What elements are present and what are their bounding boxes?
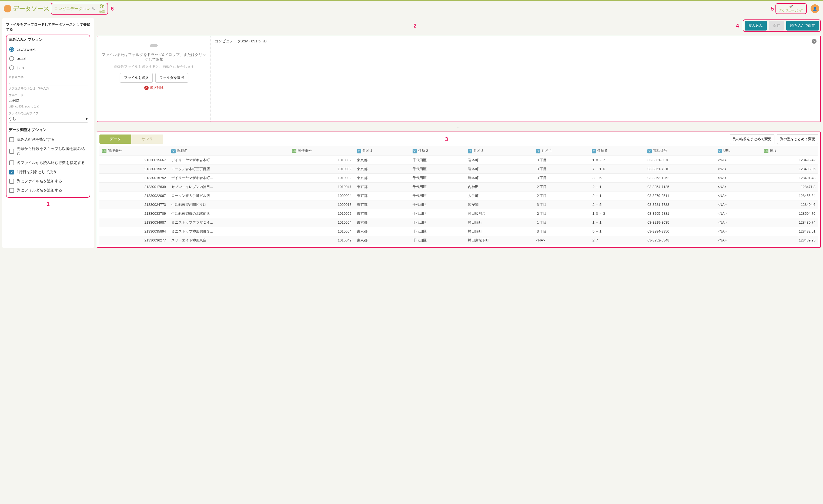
schedule-button[interactable]: 🚀 スケジューリング <box>777 4 805 13</box>
encoding-label: 文字コード <box>9 93 88 97</box>
table-cell: 03-3219-3635 <box>645 218 715 227</box>
table-row[interactable]: 21330033709生活彩家御茶の水駅前店1010062東京都千代田区神田駿河… <box>100 209 818 218</box>
check-limit-rows[interactable]: 各ファイルから読み込む行数を指定する <box>9 158 88 167</box>
column-header[interactable]: 文住所１ <box>354 146 410 156</box>
table-cell: 岩本町 <box>465 173 533 182</box>
load-save-button[interactable]: 読み込んで保存 <box>786 21 819 30</box>
logo-text: データソース <box>13 5 50 13</box>
table-cell: ３丁目 <box>533 200 589 209</box>
column-header[interactable]: 文住所３ <box>465 146 533 156</box>
filename-editor[interactable]: コンビニデータ.csv ✎ 🗺 系譜 <box>51 3 108 15</box>
lineage-button[interactable]: 🗺 系譜 <box>99 4 105 13</box>
number-type-icon: 123 <box>292 149 296 153</box>
data-table-wrap[interactable]: 123管理番号文掲載名123郵便番号文住所１文住所２文住所３文住所４文住所５文電… <box>100 146 818 245</box>
rename-columns-button[interactable]: 列の名前をまとめて変更 <box>730 134 774 144</box>
table-cell: 03-3294-3350 <box>645 227 715 236</box>
table-row[interactable]: 21330015752デイリーヤマザキ岩本町...1010032東京都千代田区岩… <box>100 173 818 182</box>
file-item-label: コンビニデータ.csv - 691.5 KB <box>214 39 267 44</box>
column-header[interactable]: 文住所２ <box>410 146 466 156</box>
table-row[interactable]: 21330024773生活彩家霞が関ビル店1000013東京都千代田区霞が関３丁… <box>100 200 818 209</box>
table-cell: 生活彩家御茶の水駅前店 <box>169 209 289 218</box>
sidebar: ファイルをアップロードしてデータソースとして登録する 読み込みオプション csv… <box>2 18 94 248</box>
compression-select[interactable]: なし ▾ <box>9 115 88 123</box>
user-avatar[interactable]: 👤 <box>811 4 819 13</box>
table-cell: 1010032 <box>289 164 354 173</box>
table-cell: ２７ <box>589 236 645 245</box>
table-cell: ７－１６ <box>589 164 645 173</box>
column-header[interactable]: 文電話番号 <box>645 146 715 156</box>
table-row[interactable]: 21330036277スリーエイト神田東店1010042東京都千代田区神田東松下… <box>100 236 818 245</box>
check-add-filename[interactable]: 列にファイル名を追加する <box>9 177 88 186</box>
table-cell: 東京都 <box>354 164 410 173</box>
radio-json[interactable]: json <box>9 63 88 72</box>
table-cell: 128480.74 <box>762 218 818 227</box>
table-cell: <NA> <box>715 227 762 236</box>
resize-handle[interactable]: … <box>97 125 821 129</box>
radio-icon <box>9 56 14 61</box>
file-list-item: コンビニデータ.csv - 691.5 KB ✕ <box>214 39 817 44</box>
table-cell: １０－３ <box>589 209 645 218</box>
table-row[interactable]: 21330015667デイリーヤマザキ岩本町...1010032東京都千代田区岩… <box>100 156 818 164</box>
tab-summary[interactable]: サマリ <box>131 135 163 144</box>
chevron-down-icon: ▾ <box>86 117 88 121</box>
tab-data[interactable]: データ <box>100 135 131 144</box>
check-specify-cols[interactable]: 読み込む列を指定する <box>9 135 88 144</box>
delimiter-input[interactable]: , <box>9 79 88 86</box>
table-row[interactable]: 21330034987ミニストッププラザ２４...1010054東京都千代田区神… <box>100 218 818 227</box>
table-cell: 21330024773 <box>100 200 169 209</box>
rocket-icon: 🚀 <box>789 5 793 8</box>
table-cell: ５－１ <box>589 227 645 236</box>
table-row[interactable]: 21330022067ローソン新大手町ビル店1000004東京都千代田区大手町２… <box>100 191 818 200</box>
text-type-icon: 文 <box>592 149 596 153</box>
column-header[interactable]: 123郵便番号 <box>289 146 354 156</box>
text-type-icon: 文 <box>171 149 176 153</box>
table-cell: デイリーヤマザキ岩本町... <box>169 156 289 164</box>
check-add-foldername[interactable]: 列にフォルダ名を追加する <box>9 186 88 195</box>
check-first-row-header[interactable]: ✓1行目を列名として扱う <box>9 167 88 177</box>
table-row[interactable]: 21330035894ミニストップ神田錦町３...1010054東京都千代田区神… <box>100 227 818 236</box>
table-cell: 21330033709 <box>100 209 169 218</box>
checkbox-icon <box>9 179 14 184</box>
choose-file-button[interactable]: ファイルを選択 <box>120 73 153 82</box>
table-cell: 岩本町 <box>465 164 533 173</box>
column-header[interactable]: 文住所５ <box>589 146 645 156</box>
column-header[interactable]: 文掲載名 <box>169 146 289 156</box>
table-cell: 128504.76 <box>762 209 818 218</box>
clear-selection-button[interactable]: ✕ 選択解除 <box>144 86 164 90</box>
retype-columns-button[interactable]: 列の型をまとめて変更 <box>777 134 818 144</box>
choose-folder-button[interactable]: フォルダを選択 <box>155 73 188 82</box>
pencil-icon[interactable]: ✎ <box>92 6 95 11</box>
table-cell: 千代田区 <box>410 218 466 227</box>
table-cell: ３丁目 <box>533 164 589 173</box>
callout-6: 6 <box>111 6 114 12</box>
table-cell: 128471.8 <box>762 182 818 191</box>
checkbox-icon <box>9 137 14 142</box>
table-cell: <NA> <box>715 191 762 200</box>
table-cell: 128489.95 <box>762 236 818 245</box>
check-skip-rows[interactable]: 先頭から行数をスキップし以降を読み込む <box>9 144 88 158</box>
encoding-input[interactable]: cp932 <box>9 97 88 104</box>
column-header[interactable]: 文URL <box>715 146 762 156</box>
table-cell: 128491.48 <box>762 173 818 182</box>
table-cell: 1010042 <box>289 236 354 245</box>
schedule-button-wrap: 🚀 スケジューリング <box>776 3 807 14</box>
radio-csv[interactable]: csv/tsv/text <box>9 45 88 54</box>
radio-excel[interactable]: excel <box>9 54 88 63</box>
table-row[interactable]: 21330015672ローソン岩本町三丁目店1010032東京都千代田区岩本町３… <box>100 164 818 173</box>
callout-1: 1 <box>6 201 90 207</box>
text-type-icon: 文 <box>357 149 361 153</box>
remove-file-button[interactable]: ✕ <box>812 39 817 44</box>
table-cell: 大手町 <box>465 191 533 200</box>
table-cell: 東京都 <box>354 218 410 227</box>
column-header[interactable]: 123管理番号 <box>100 146 169 156</box>
table-cell: セブン―イレブン内神田... <box>169 182 289 191</box>
load-button[interactable]: 読み込み <box>745 21 767 30</box>
table-cell: <NA> <box>715 200 762 209</box>
table-cell: デイリーヤマザキ岩本町... <box>169 173 289 182</box>
upload-title: ファイルをアップロードしてデータソースとして登録する <box>6 22 90 32</box>
table-row[interactable]: 21330017639セブン―イレブン内神田...1010047東京都千代田区内… <box>100 182 818 191</box>
upload-arrow-icon: ➦ <box>149 39 159 51</box>
column-header[interactable]: 文住所４ <box>533 146 589 156</box>
dropzone[interactable]: ➦ ファイルまたはフォルダをドラッグ&ドロップ、またはクリックして追加 ※複数フ… <box>97 36 211 122</box>
column-header[interactable]: 123緯度 <box>762 146 818 156</box>
